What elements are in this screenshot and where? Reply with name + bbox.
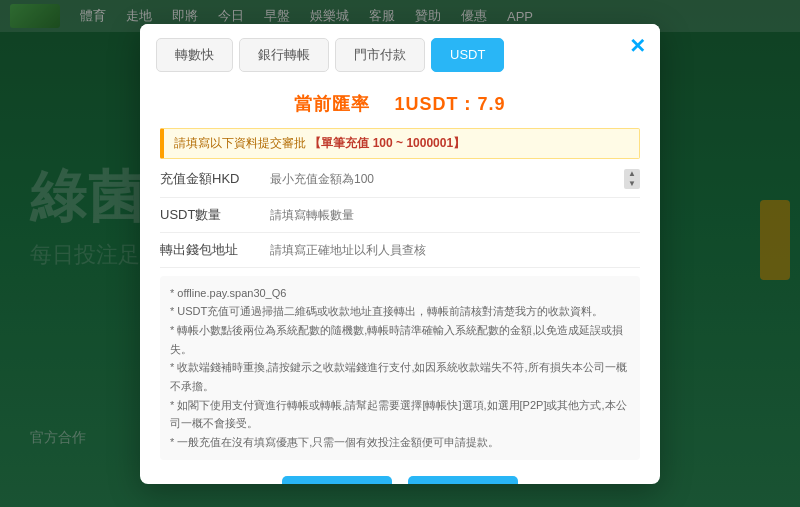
amount-stepper: ▲ ▼ — [624, 169, 640, 189]
modal-body: 當前匯率 1USDT：7.9 請填寫以下資料提交審批 【單筆充值 100 ~ 1… — [140, 72, 660, 484]
payment-tabs: 轉數快 銀行轉帳 門市付款 USDT — [140, 24, 660, 72]
info-text: 請填寫以下資料提交審批 — [174, 136, 306, 150]
close-button[interactable]: ✕ — [629, 34, 646, 58]
tab-store-payment[interactable]: 門市付款 — [335, 38, 425, 72]
note-3: * 轉帳小數點後兩位為系統配數的隨機數,轉帳時請準確輸入系統配數的金額,以免造成… — [170, 321, 630, 358]
field-wallet-label: 轉出錢包地址 — [160, 241, 270, 259]
stepper-up[interactable]: ▲ — [624, 169, 640, 179]
modal-overlay: ✕ 轉數快 銀行轉帳 門市付款 USDT 當前匯率 1USDT：7.9 請填寫以… — [0, 0, 800, 507]
field-wallet-address: 轉出錢包地址 — [160, 241, 640, 268]
usdt-deposit-modal: ✕ 轉數快 銀行轉帳 門市付款 USDT 當前匯率 1USDT：7.9 請填寫以… — [140, 24, 660, 484]
field-usdt-quantity: USDT數量 — [160, 206, 640, 233]
submit-button[interactable]: 提交 — [408, 476, 518, 484]
exchange-rate: 當前匯率 1USDT：7.9 — [160, 92, 640, 116]
tab-bank-transfer[interactable]: 銀行轉帳 — [239, 38, 329, 72]
info-box: 請填寫以下資料提交審批 【單筆充值 100 ~ 1000001】 — [160, 128, 640, 159]
back-button[interactable]: 返回 — [282, 476, 392, 484]
wallet-address-input[interactable] — [270, 243, 640, 257]
hkd-amount-input[interactable] — [270, 172, 620, 186]
note-4: * 收款端錢補時重換,請按鍵示之收款端錢進行支付,如因系統收款端失不符,所有損失… — [170, 358, 630, 395]
stepper-down[interactable]: ▼ — [624, 179, 640, 189]
usdt-quantity-input[interactable] — [270, 208, 640, 222]
tab-usdt[interactable]: USDT — [431, 38, 504, 72]
info-range: 【單筆充值 100 ~ 1000001】 — [309, 136, 465, 150]
field-hkd-label: 充值金額HKD — [160, 170, 270, 188]
note-2: * USDT充值可通過掃描二維碼或收款地址直接轉出，轉帳前請核對清楚我方的收款資… — [170, 302, 630, 321]
note-5: * 如閣下使用支付寶進行轉帳或轉帳,請幫起需要選擇[轉帳快]選項,如選用[P2P… — [170, 396, 630, 433]
notes-area: * offline.pay.span30_Q6 * USDT充值可通過掃描二維碼… — [160, 276, 640, 460]
note-1: * offline.pay.span30_Q6 — [170, 284, 630, 303]
field-usdt-label: USDT數量 — [160, 206, 270, 224]
field-hkd-amount: 充值金額HKD ▲ ▼ — [160, 169, 640, 198]
exchange-rate-label: 當前匯率 — [294, 94, 370, 114]
exchange-rate-value: 1USDT：7.9 — [394, 94, 505, 114]
tab-transfer-fast[interactable]: 轉數快 — [156, 38, 233, 72]
modal-footer: 返回 提交 — [160, 468, 640, 484]
note-6: * 一般充值在沒有填寫優惠下,只需一個有效投注金額便可申請提款。 — [170, 433, 630, 452]
